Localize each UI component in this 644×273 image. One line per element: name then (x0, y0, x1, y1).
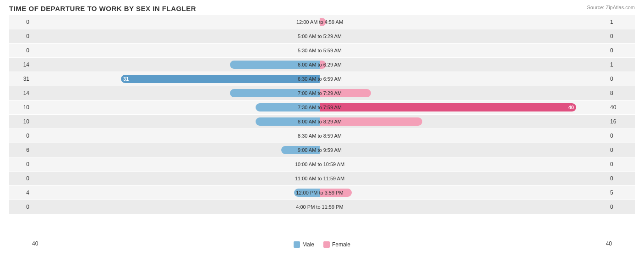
female-bar-container (320, 44, 607, 57)
male-value-label: 0 (9, 47, 32, 54)
female-bar-container: 40 (320, 100, 607, 114)
bars-section: 316:30 AM to 6:59 AM (32, 72, 607, 86)
female-value-label: 0 (607, 76, 635, 82)
chart-row: 69:00 AM to 9:59 AM0 (9, 143, 635, 157)
male-value-label: 0 (9, 204, 32, 210)
source-text: Source: ZipAtlas.com (587, 5, 635, 10)
chart-row: 08:30 AM to 8:59 AM0 (9, 129, 635, 143)
female-value-label: 5 (607, 189, 635, 196)
chart-row: 146:00 AM to 6:29 AM1 (9, 58, 635, 72)
male-bar-container: 31 (32, 72, 320, 86)
chart-row: 147:00 AM to 7:29 AM8 (9, 86, 635, 100)
female-bar (320, 61, 326, 69)
female-value-label: 1 (607, 61, 635, 68)
female-bar-container (320, 143, 607, 157)
male-bar-container (32, 200, 320, 214)
legend: Male Female (294, 241, 350, 248)
female-value-label: 0 (607, 204, 635, 210)
male-bar-container (32, 29, 320, 43)
female-value-label: 0 (607, 175, 635, 182)
bars-section: 8:30 AM to 8:59 AM (32, 129, 607, 143)
female-bar-container (320, 15, 607, 29)
bars-section: 5:00 AM to 5:29 AM (32, 29, 607, 43)
male-value-label: 0 (9, 19, 32, 25)
chart-row: 108:00 AM to 8:29 AM16 (9, 115, 635, 128)
bars-section: 4:00 PM to 11:59 PM (32, 200, 607, 214)
chart-row: 05:00 AM to 5:29 AM0 (9, 29, 635, 43)
male-bar (256, 117, 320, 126)
male-bar (281, 146, 320, 154)
axis-right-val: 40 (606, 240, 612, 247)
male-bar-container (32, 15, 320, 29)
bars-section: 7:00 AM to 7:29 AM (32, 86, 607, 100)
chart-row: 010:00 AM to 10:59 AM0 (9, 157, 635, 171)
bars-section: 8:00 AM to 8:29 AM (32, 115, 607, 128)
male-value-label: 10 (9, 104, 32, 111)
female-value-label: 8 (607, 90, 635, 96)
male-value-label: 4 (9, 189, 32, 196)
male-bar-container (32, 172, 320, 185)
male-bar (230, 61, 320, 69)
male-bar-container (32, 129, 320, 143)
female-bar-container (320, 72, 607, 86)
male-bar (230, 89, 320, 97)
female-value-label: 0 (607, 161, 635, 167)
bars-section: 11:00 AM to 11:59 AM (32, 172, 607, 185)
chart-row: 04:00 PM to 11:59 PM0 (9, 200, 635, 214)
male-value-label: 31 (9, 76, 32, 82)
male-bar-container (32, 86, 320, 100)
male-bar-inner-label: 31 (121, 76, 131, 82)
chart-row: 412:00 PM to 3:59 PM5 (9, 186, 635, 200)
legend-male: Male (294, 241, 314, 248)
male-bar-container (32, 58, 320, 72)
male-bar-container (32, 157, 320, 171)
male-bar-container (32, 143, 320, 157)
female-value-label: 0 (607, 33, 635, 39)
chart-title: TIME OF DEPARTURE TO WORK BY SEX IN FLAG… (9, 5, 635, 12)
male-value-label: 0 (9, 33, 32, 39)
male-value-label: 14 (9, 61, 32, 68)
female-bar (320, 189, 352, 197)
chart-row: 011:00 AM to 11:59 AM0 (9, 172, 635, 185)
female-value-label: 0 (607, 47, 635, 54)
axis-bottom: 40 Male Female 40 (9, 240, 635, 248)
male-value-label: 6 (9, 147, 32, 153)
bars-section: 9:00 AM to 9:59 AM (32, 143, 607, 157)
chart-row: 31316:30 AM to 6:59 AM0 (9, 72, 635, 86)
female-bar: 40 (320, 103, 576, 111)
female-legend-label: Female (332, 241, 350, 248)
male-bar (294, 189, 320, 197)
male-bar-container (32, 44, 320, 57)
male-bar-container (32, 100, 320, 114)
chart-row: 107:30 AM to 7:59 AM4040 (9, 100, 635, 114)
female-bar (320, 18, 326, 26)
male-legend-box (294, 241, 300, 248)
female-bar-container (320, 186, 607, 200)
chart-container: TIME OF DEPARTURE TO WORK BY SEX IN FLAG… (0, 0, 644, 273)
female-bar-container (320, 115, 607, 128)
bars-section: 5:30 AM to 5:59 AM (32, 44, 607, 57)
male-value-label: 0 (9, 133, 32, 139)
male-value-label: 10 (9, 118, 32, 125)
male-bar (256, 103, 320, 111)
bars-section: 12:00 AM to 4:59 AM (32, 15, 607, 29)
male-value-label: 14 (9, 90, 32, 96)
male-value-label: 0 (9, 175, 32, 182)
female-bar-container (320, 172, 607, 185)
female-value-label: 0 (607, 133, 635, 139)
chart-area: 012:00 AM to 4:59 AM105:00 AM to 5:29 AM… (9, 15, 635, 238)
bars-section: 6:00 AM to 6:29 AM (32, 58, 607, 72)
female-bar-container (320, 29, 607, 43)
bars-section: 10:00 AM to 10:59 AM (32, 157, 607, 171)
female-bar-container (320, 129, 607, 143)
female-value-label: 1 (607, 19, 635, 25)
bars-section: 7:30 AM to 7:59 AM40 (32, 100, 607, 114)
female-value-label: 0 (607, 147, 635, 153)
female-value-label: 40 (607, 104, 635, 111)
male-value-label: 0 (9, 161, 32, 167)
female-value-label: 16 (607, 118, 635, 125)
axis-left-val: 40 (32, 240, 38, 247)
female-bar-container (320, 58, 607, 72)
chart-row: 05:30 AM to 5:59 AM0 (9, 44, 635, 57)
legend-female: Female (323, 241, 350, 248)
